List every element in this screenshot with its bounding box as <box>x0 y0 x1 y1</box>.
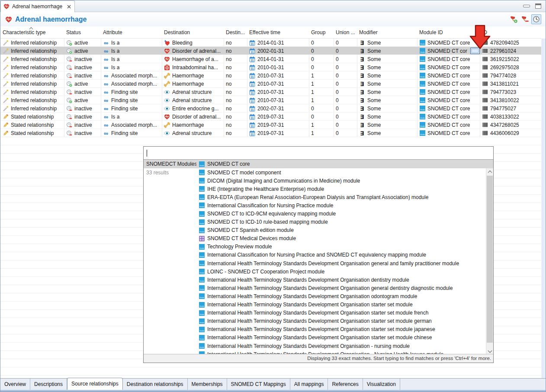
module-list-item[interactable]: ihtsdo IHE (Integrating the Healthcare E… <box>199 185 486 193</box>
module-list-item[interactable]: ihtsdo International Health Terminology … <box>199 276 486 284</box>
module-list-item[interactable]: ihtsdo DICOM (Digital Imaging and Commun… <box>199 177 486 185</box>
module-list-item[interactable]: ihtsdo International Classification for … <box>199 201 486 209</box>
table-row[interactable]: Inferred relationship active ∞Finding si… <box>0 96 541 104</box>
module-list-item[interactable]: ihtsdo SNOMED CT to ICD-10 rule-based ma… <box>199 218 486 226</box>
module-list-item[interactable]: ihtsdo International Health Terminology … <box>199 317 486 325</box>
module-icon: ihtsdo <box>419 81 425 87</box>
minimize-icon[interactable] <box>523 5 530 7</box>
editor-tab-adrenal-haemorrhage[interactable]: Adrenal haemorrhage <box>0 0 75 12</box>
module-list-item[interactable]: ihtsdo International Health Terminology … <box>199 292 486 300</box>
table-header-row: Characteristic typeStatusAttributeDestin… <box>0 26 541 39</box>
svg-text:ihtsdo: ihtsdo <box>420 133 425 135</box>
module-list-item[interactable]: SNOMED CT Medical Devices module <box>199 235 486 243</box>
module-list-item[interactable]: ihtsdo International Health Terminology … <box>199 342 486 350</box>
attribute-icon: ∞ <box>103 97 109 103</box>
table-row[interactable]: Inferred relationship inactive ∞Is a Hae… <box>0 55 541 63</box>
table-row[interactable]: Inferred relationship inactive ∞Finding … <box>0 104 541 112</box>
maximize-icon[interactable] <box>535 3 541 9</box>
column-header[interactable]: Characteristic type <box>0 29 64 35</box>
barcode-icon <box>482 122 488 128</box>
table-row[interactable]: Inferred relationship active ∞Associated… <box>0 80 541 88</box>
table-row[interactable]: Inferred relationship inactive ∞Is a Int… <box>0 63 541 71</box>
destination-icon <box>164 48 170 54</box>
filter-input[interactable] <box>144 147 493 160</box>
table-row[interactable]: Inferred relationship inactive ∞Finding … <box>0 88 541 96</box>
barcode-icon <box>482 89 488 95</box>
table-scrollbar-track[interactable] <box>542 39 546 378</box>
status-icon <box>66 122 72 128</box>
characteristic-type-icon <box>3 89 9 95</box>
module-list-item[interactable]: ihtsdo Technology Preview module <box>199 243 486 251</box>
table-row[interactable]: Inferred relationship active ∞Is a Disor… <box>0 47 541 55</box>
module-list-item[interactable]: ihtsdo LOINC - SNOMED CT Cooperation Pro… <box>199 267 486 276</box>
bottom-tab[interactable]: References <box>328 379 363 390</box>
scrollbar-thumb[interactable] <box>487 176 493 343</box>
module-list-item-selected[interactable]: SNOMEDCT Modules ihtsdo SNOMED CT core <box>144 160 493 168</box>
module-list-item[interactable]: ihtsdo ERA-EDTA (European Renal Associat… <box>199 193 486 201</box>
table-row[interactable]: Inferred relationship inactive ∞Associat… <box>0 71 541 80</box>
module-list-item[interactable]: ihtsdo SNOMED CT model component <box>199 168 486 177</box>
attribute-icon: ∞ <box>103 64 109 71</box>
column-header[interactable]: Group <box>309 29 334 35</box>
svg-text:31: 31 <box>251 116 254 119</box>
module-icon: ihtsdo <box>419 114 425 120</box>
module-list-item[interactable]: ihtsdo International Health Terminology … <box>199 301 486 309</box>
application-window: Adrenal haemorrhage Adrenal haemorrhage <box>0 0 546 392</box>
column-header[interactable]: Attribute <box>101 29 162 35</box>
scroll-up-icon[interactable] <box>486 168 493 175</box>
module-list-item[interactable]: ihtsdo SNOMED CT to ICD-9CM equivalency … <box>199 209 486 218</box>
module-icon: ihtsdo <box>199 170 205 175</box>
bottom-tab[interactable]: Overview <box>0 379 30 390</box>
destination-icon <box>164 40 170 46</box>
svg-text:ihtsdo: ihtsdo <box>420 84 425 86</box>
module-list-item[interactable]: ihtsdo International Health Terminology … <box>199 284 486 292</box>
table-row[interactable]: Stated relationship inactive ∞Associated… <box>0 121 541 129</box>
bottom-tab[interactable]: Source relationships <box>67 378 123 390</box>
existential-modifier-icon: ∃ <box>359 106 365 112</box>
existential-modifier-icon: ∃ <box>359 73 365 79</box>
existential-modifier-icon: ∃ <box>359 56 365 62</box>
remove-relationship-icon[interactable] <box>520 14 530 24</box>
column-header[interactable]: Destin... <box>224 29 247 35</box>
module-icon: ihtsdo <box>199 310 205 316</box>
add-relationship-icon[interactable] <box>509 14 519 24</box>
svg-text:ihtsdo: ihtsdo <box>199 173 204 175</box>
module-list-item[interactable]: ihtsdo SNOMED CT Spanish edition module <box>199 226 486 235</box>
bottom-tab[interactable]: Descriptions <box>30 379 67 390</box>
module-list-item[interactable]: ihtsdo International Classification for … <box>199 251 486 259</box>
bottom-tab[interactable]: Memberships <box>188 379 227 390</box>
bottom-tab[interactable]: Visualization <box>363 379 400 390</box>
popup-scrollbar[interactable] <box>486 168 493 354</box>
characteristic-type-icon <box>3 97 9 103</box>
status-icon <box>66 114 72 120</box>
bottom-tab[interactable]: All mappings <box>290 379 328 390</box>
close-icon[interactable] <box>67 4 71 9</box>
module-icon: ihtsdo <box>419 48 425 54</box>
column-header[interactable]: Effective time <box>247 29 309 35</box>
history-clock-icon[interactable] <box>531 14 541 24</box>
module-list-item[interactable]: ihtsdo International Health Terminology … <box>199 325 486 334</box>
calendar-icon: 31 <box>249 122 255 128</box>
table-row[interactable]: Stated relationship inactive ∞Finding si… <box>0 129 541 137</box>
bottom-tab[interactable]: SNOMED CT Mappings <box>227 379 290 390</box>
existential-modifier-icon: ∃ <box>359 81 365 87</box>
characteristic-type-icon <box>3 48 9 54</box>
module-list-item[interactable]: ihtsdo International Health Terminology … <box>199 309 486 317</box>
scroll-down-icon[interactable] <box>486 347 493 354</box>
column-header[interactable]: Status <box>64 29 101 35</box>
module-list-item[interactable]: ihtsdo International Health Terminology … <box>199 350 486 354</box>
column-header[interactable]: Destination <box>162 29 224 35</box>
popup-status-text: Displaying 33 exact matches. Start typin… <box>144 354 493 363</box>
svg-text:ihtsdo: ihtsdo <box>199 214 204 216</box>
table-row[interactable]: Stated relationship inactive ∞Is a Disor… <box>0 112 541 121</box>
attribute-icon: ∞ <box>103 122 109 128</box>
svg-text:31: 31 <box>251 58 254 61</box>
bottom-tab[interactable]: Destination relationships <box>123 379 188 390</box>
table-row[interactable]: Inferred relationship active ∞Is a Bleed… <box>0 39 541 47</box>
svg-text:ihtsdo: ihtsdo <box>420 125 425 127</box>
column-header[interactable]: Modifier <box>357 29 417 35</box>
status-icon <box>66 89 72 95</box>
module-list-item[interactable]: ihtsdo International Health Terminology … <box>199 334 486 342</box>
column-header[interactable]: Union ... <box>334 29 357 35</box>
module-list-item[interactable]: ihtsdo International Health Terminology … <box>199 259 486 267</box>
